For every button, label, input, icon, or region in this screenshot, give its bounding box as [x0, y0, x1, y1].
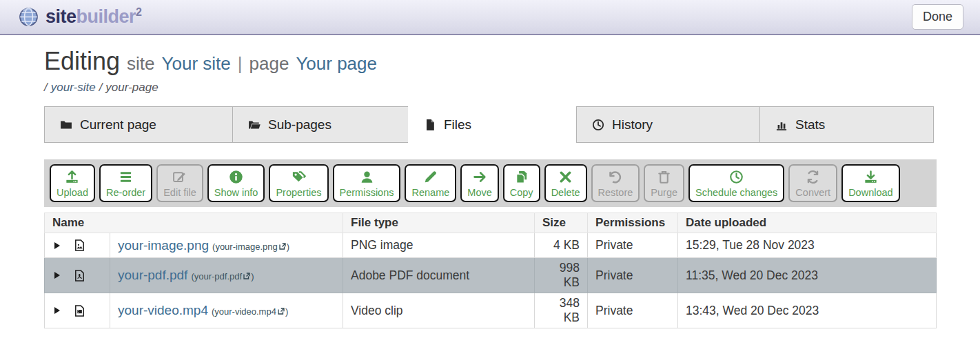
- bar-chart-icon: [775, 118, 788, 132]
- copy-icon: [513, 169, 529, 185]
- page-name-link[interactable]: Your page: [296, 53, 377, 75]
- sitebuilder-logo[interactable]: sitebuilder2: [18, 6, 141, 28]
- image-file-icon: [73, 238, 86, 253]
- file-direct-link-wrap: (your-pdf.pdf): [191, 271, 254, 282]
- schedule-changes-button[interactable]: Schedule changes: [688, 164, 784, 202]
- restore-button[interactable]: Restore: [591, 164, 640, 202]
- breadcrumb-page: your-page: [105, 81, 158, 94]
- permissions-button[interactable]: Permissions: [333, 164, 401, 202]
- tab-stats[interactable]: Stats: [759, 106, 934, 143]
- file-name-link[interactable]: your-video.mp4: [118, 303, 208, 317]
- restore-icon: [607, 169, 623, 185]
- page-word: page: [249, 53, 289, 75]
- done-button[interactable]: Done: [912, 4, 963, 30]
- file-type-cell: Adobe PDF document: [343, 258, 535, 293]
- external-link-icon: [277, 307, 285, 315]
- rename-button[interactable]: Rename: [405, 164, 456, 202]
- file-icon: [423, 118, 437, 132]
- edit-file-button[interactable]: Edit file: [156, 164, 203, 202]
- tab-sub-pages[interactable]: Sub-pages: [232, 106, 409, 143]
- breadcrumb: /your-site/your-page: [44, 81, 936, 95]
- file-size-cell: 348 KB: [535, 293, 588, 328]
- x-icon: [558, 169, 573, 185]
- expand-caret-icon[interactable]: [54, 307, 60, 314]
- move-button[interactable]: Move: [460, 164, 498, 202]
- column-header-permissions: Permissions: [588, 213, 678, 233]
- person-icon: [359, 169, 375, 185]
- file-permissions-cell: Private: [588, 293, 678, 328]
- file-name-link[interactable]: your-pdf.pdf: [118, 268, 187, 282]
- breadcrumb-slash: /: [99, 81, 103, 94]
- site-word: site: [127, 53, 154, 75]
- expand-caret-icon[interactable]: [54, 272, 60, 279]
- reorder-button[interactable]: Re-order: [99, 164, 152, 202]
- column-header-date-uploaded: Date uploaded: [678, 213, 937, 233]
- file-direct-link[interactable]: your-image.png: [215, 241, 277, 252]
- table-row-selected[interactable]: your-pdf.pdf(your-pdf.pdf) Adobe PDF doc…: [45, 258, 937, 293]
- file-toolbar: Upload Re-order Edit file Show info Prop…: [44, 159, 937, 207]
- file-direct-link[interactable]: your-video.mp4: [214, 306, 276, 317]
- file-size-cell: 998 KB: [535, 258, 588, 293]
- sitebuilder-app: sitebuilder2 Done Editing site Your site…: [0, 0, 980, 328]
- table-row[interactable]: your-image.png(your-image.png) PNG image…: [45, 233, 937, 258]
- info-icon: [228, 169, 244, 185]
- video-file-icon: [73, 304, 86, 318]
- breadcrumb-site-link[interactable]: your-site: [51, 81, 96, 94]
- convert-icon: [805, 169, 821, 185]
- column-header-size: Size: [535, 213, 588, 233]
- folder-open-icon: [247, 118, 261, 132]
- main-content: Editing site Your site | page Your page …: [0, 47, 980, 328]
- file-permissions-cell: Private: [588, 233, 678, 258]
- tab-files[interactable]: Files: [408, 106, 577, 143]
- tab-bar: Current page Sub-pages Files History Sta…: [44, 106, 936, 143]
- tab-history[interactable]: History: [576, 106, 760, 143]
- app-header: sitebuilder2 Done: [0, 0, 980, 35]
- reorder-icon: [118, 169, 134, 185]
- file-type-cell: PNG image: [343, 233, 535, 258]
- download-button[interactable]: Download: [841, 164, 900, 202]
- show-info-button[interactable]: Show info: [207, 164, 265, 202]
- title-separator: |: [238, 53, 243, 75]
- page-title: Editing site Your site | page Your page: [44, 47, 936, 76]
- file-date-cell: 13:43, Wed 20 Dec 2023: [678, 293, 937, 328]
- table-row[interactable]: your-video.mp4(your-video.mp4) Video cli…: [45, 293, 937, 328]
- table-header-row: Name File type Size Permissions Date upl…: [45, 213, 937, 233]
- file-size-cell: 4 KB: [535, 233, 588, 258]
- file-name-link[interactable]: your-image.png: [118, 238, 209, 253]
- trash-icon: [656, 169, 672, 185]
- file-type-cell: Video clip: [343, 293, 535, 328]
- properties-button[interactable]: Properties: [269, 164, 328, 202]
- files-table: Name File type Size Permissions Date upl…: [44, 213, 937, 328]
- convert-button[interactable]: Convert: [788, 164, 837, 202]
- external-link-icon: [278, 242, 287, 250]
- column-header-file-type: File type: [343, 213, 535, 233]
- expand-caret-icon[interactable]: [54, 242, 60, 249]
- upload-button[interactable]: Upload: [50, 164, 95, 202]
- delete-button[interactable]: Delete: [544, 164, 587, 202]
- tab-current-page[interactable]: Current page: [44, 106, 233, 143]
- clock-icon: [591, 118, 605, 132]
- copy-button[interactable]: Copy: [503, 164, 540, 202]
- file-date-cell: 11:35, Wed 20 Dec 2023: [678, 258, 937, 293]
- purge-button[interactable]: Purge: [644, 164, 684, 202]
- edit-file-icon: [172, 169, 187, 185]
- folder-icon: [59, 118, 73, 132]
- file-direct-link-wrap: (your-video.mp4): [212, 306, 288, 317]
- file-permissions-cell: Private: [588, 258, 678, 293]
- column-header-name: Name: [45, 213, 343, 233]
- arrow-right-icon: [472, 169, 488, 185]
- globe-icon: [18, 6, 39, 28]
- sitebuilder-wordmark: sitebuilder2: [45, 6, 141, 28]
- pencil-icon: [422, 169, 438, 185]
- editing-title: Editing: [44, 47, 120, 76]
- file-direct-link[interactable]: your-pdf.pdf: [194, 271, 242, 282]
- site-name-link[interactable]: Your site: [162, 53, 231, 75]
- clock-icon: [728, 169, 744, 185]
- upload-icon: [64, 169, 80, 185]
- download-icon: [863, 169, 879, 185]
- external-link-icon: [243, 272, 251, 280]
- breadcrumb-slash: /: [44, 81, 48, 94]
- file-date-cell: 15:29, Tue 28 Nov 2023: [678, 233, 937, 258]
- file-direct-link-wrap: (your-image.png): [212, 241, 289, 252]
- tags-icon: [291, 169, 307, 185]
